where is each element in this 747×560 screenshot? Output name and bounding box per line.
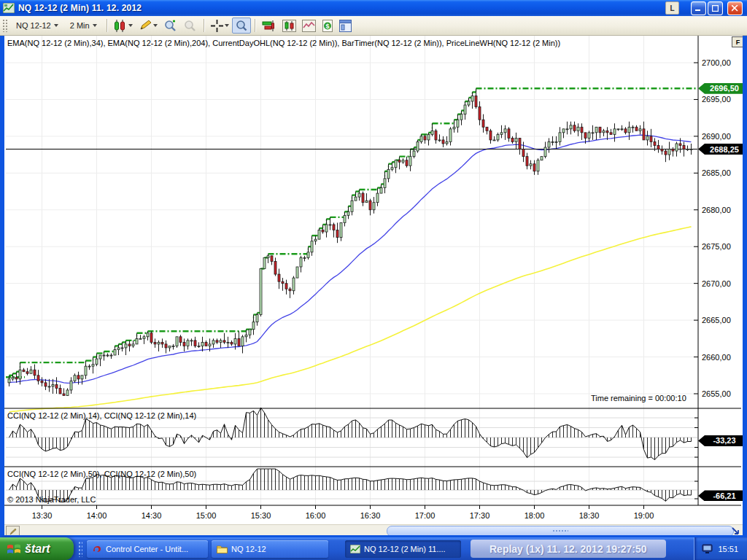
candles-panel-icon (282, 20, 296, 32)
replay-status: Replay (1x) 11. 12. 2012 19:27:50 (471, 540, 666, 558)
folder-icon (217, 545, 228, 553)
window-title: NQ 12-12 (2 Min) 11. 12. 2012 (18, 3, 142, 13)
magnifier-icon (235, 20, 248, 31)
day-high-price-tag: 2696,50 (698, 83, 745, 94)
toolbar-grip[interactable] (2, 19, 7, 32)
window-border-left (0, 16, 4, 537)
cci50-panel-label: CCI(NQ 12-12 (2 Min),50), CCI(NQ 12-12 (… (7, 470, 196, 478)
svg-text:2700,00: 2700,00 (702, 58, 731, 67)
close-button[interactable] (727, 1, 743, 15)
data-box-button[interactable] (336, 18, 355, 34)
chart-window-icon (3, 3, 15, 13)
chart-style-button[interactable] (111, 18, 136, 34)
depth-bars-icon (262, 20, 276, 32)
start-button[interactable]: štart (0, 537, 74, 560)
chevron-down-icon (128, 24, 133, 27)
toolbar-separator (204, 19, 204, 32)
tray-clock: 15:51 (718, 545, 738, 553)
crosshair-icon (211, 20, 223, 32)
zoom-in-icon (163, 20, 177, 32)
minimize-button[interactable] (691, 1, 706, 15)
pencil-icon (139, 20, 152, 31)
line-chart-icon (302, 20, 316, 32)
chevron-down-icon (54, 24, 58, 27)
zoom-out-button (180, 18, 200, 34)
drawing-tools-button[interactable] (136, 18, 160, 34)
link-button[interactable]: L (665, 1, 679, 15)
chevron-down-icon (225, 24, 229, 27)
svg-text:2680,00: 2680,00 (702, 206, 731, 214)
svg-text:2695,00: 2695,00 (702, 95, 731, 104)
taskbar-button-folder[interactable]: NQ 12-12 (212, 540, 328, 558)
panel-resize-icon[interactable] (731, 526, 740, 535)
account-data-button[interactable]: $ (319, 18, 336, 34)
copyright-label: © 2013 NinjaTrader, LLC (7, 495, 96, 504)
candlestick-style-icon (114, 20, 127, 32)
bar-timer-label: Time remaining = 00:00:10 (591, 394, 686, 402)
instrument-value: NQ 12-12 (16, 21, 51, 30)
title-bar: NQ 12-12 (2 Min) 11. 12. 2012 L (0, 0, 747, 16)
taskbar-button-label: NQ 12-12 (2 Min) 11.... (364, 545, 446, 553)
taskbar-button-label: NQ 12-12 (231, 545, 266, 553)
svg-text:2685,00: 2685,00 (702, 168, 731, 177)
maximize-button[interactable] (708, 1, 723, 15)
scrollbar-grip (552, 529, 568, 533)
zoom-out-icon (183, 20, 197, 32)
svg-text:2655,00: 2655,00 (702, 389, 731, 398)
start-label: štart (25, 542, 50, 556)
panel-window-icon (339, 20, 352, 32)
toolbar-separator (107, 19, 107, 32)
taskbar: štart Control Center - Untit... NQ 12-12… (0, 537, 747, 560)
indicator-label: EMA(NQ 12-12 (2 Min),34), EMA(NQ 12-12 (… (7, 39, 560, 47)
svg-text:2665,00: 2665,00 (702, 316, 731, 324)
windows-logo-icon (7, 542, 21, 556)
svg-text:2670,00: 2670,00 (702, 279, 731, 288)
system-tray: 15:51 (694, 537, 747, 560)
cci50-value-tag: -66,21 (698, 490, 745, 501)
chart-plot-area[interactable] (4, 35, 697, 524)
cci14-panel-label: CCI(NQ 12-12 (2 Min),14), CCI(NQ 12-12 (… (7, 411, 196, 420)
line-chart-button[interactable] (299, 18, 319, 34)
interval-selector[interactable]: 2 Min (65, 19, 102, 32)
taskbar-button-control-center[interactable]: Control Center - Untit... (87, 540, 208, 558)
tray-display-icon[interactable] (702, 544, 713, 554)
instrument-selector[interactable]: NQ 12-12 (11, 19, 63, 32)
chart-window-icon (350, 545, 360, 553)
cci14-value-tag: -33,23 (698, 435, 745, 446)
ninjatrader-logo-icon (92, 544, 102, 554)
taskbar-button-label: Control Center - Untit... (106, 545, 188, 553)
interval-value: 2 Min (70, 21, 90, 30)
close-icon (732, 5, 738, 12)
minimize-icon (695, 5, 702, 12)
screen: 2700,002695,002690,002685,002680,002675,… (0, 0, 747, 560)
window-border-right (743, 16, 747, 537)
taskbar-button-chart[interactable]: NQ 12-12 (2 Min) 11.... (345, 540, 461, 558)
toolbar-separator (255, 19, 255, 32)
taskbar-grip[interactable] (78, 541, 82, 557)
chart-toolbar: NQ 12-12 2 Min (0, 16, 747, 36)
chevron-down-icon (153, 24, 158, 27)
zoom-in-button[interactable] (160, 18, 180, 34)
horizontal-scrollbar (4, 524, 743, 536)
magnifier-button[interactable] (232, 18, 251, 34)
chevron-down-icon (93, 24, 97, 27)
chart-trader-button[interactable] (279, 18, 299, 34)
maximize-icon (712, 5, 719, 12)
svg-text:2660,00: 2660,00 (702, 353, 731, 362)
cursor-mode-button[interactable] (208, 18, 232, 34)
svg-text:2690,00: 2690,00 (702, 132, 731, 141)
svg-text:$: $ (325, 22, 329, 29)
last-price-tag: 2688,25 (698, 144, 745, 155)
dollar-document-icon: $ (322, 20, 333, 32)
pencil-icon (9, 528, 17, 535)
svg-text:2675,00: 2675,00 (702, 242, 731, 251)
market-depth-button[interactable] (259, 18, 279, 34)
